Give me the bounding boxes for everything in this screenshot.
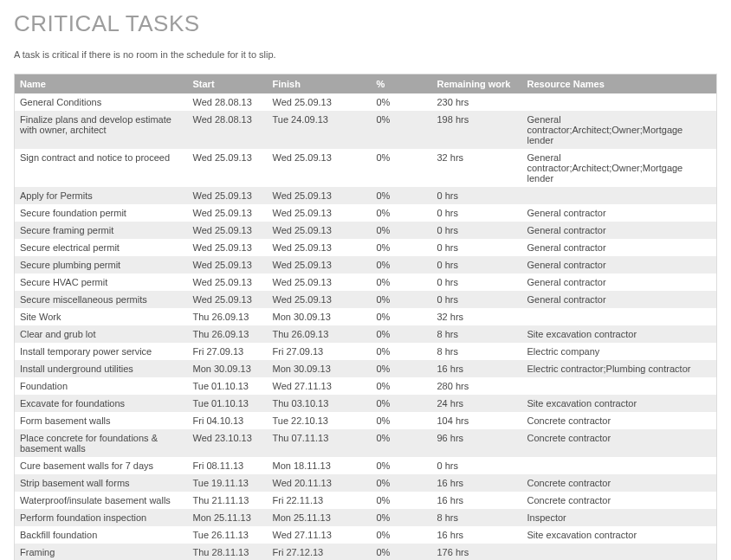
- cell-remaining: 16 hrs: [432, 526, 522, 544]
- cell-name: Sign contract and notice to proceed: [15, 149, 188, 187]
- table-row: Site WorkThu 26.09.13Mon 30.09.130%32 hr…: [15, 308, 717, 325]
- table-row: Excavate for foundationsTue 01.10.13Thu …: [15, 395, 717, 412]
- cell-resources: General contractor: [522, 256, 717, 274]
- cell-finish: Mon 30.09.13: [268, 308, 372, 325]
- cell-finish: Tue 24.09.13: [268, 111, 372, 149]
- cell-start: Wed 25.09.13: [188, 274, 268, 291]
- cell-start: Fri 04.10.13: [188, 412, 268, 429]
- cell-remaining: 0 hrs: [432, 457, 522, 474]
- cell-start: Wed 25.09.13: [188, 256, 268, 274]
- cell-resources: Concrete contractor: [522, 474, 717, 492]
- cell-percent: 0%: [372, 395, 432, 412]
- col-start: Start: [188, 74, 268, 94]
- table-row: Install temporary power serviceFri 27.09…: [15, 343, 717, 360]
- cell-finish: Thu 07.11.13: [268, 429, 372, 457]
- cell-resources: Site excavation contractor: [522, 526, 717, 544]
- table-header-row: Name Start Finish % Remaining work Resou…: [15, 74, 717, 94]
- cell-finish: Wed 27.11.13: [268, 377, 372, 395]
- cell-remaining: 16 hrs: [432, 360, 522, 377]
- cell-percent: 0%: [372, 325, 432, 343]
- cell-name: Clear and grub lot: [15, 325, 188, 343]
- critical-tasks-table: Name Start Finish % Remaining work Resou…: [14, 74, 717, 560]
- cell-resources: [522, 93, 717, 111]
- cell-name: Secure foundation permit: [15, 204, 188, 222]
- cell-percent: 0%: [372, 509, 432, 526]
- cell-remaining: 32 hrs: [432, 308, 522, 325]
- cell-percent: 0%: [372, 308, 432, 325]
- cell-name: Place concrete for foundations & basemen…: [15, 429, 188, 457]
- cell-remaining: 104 hrs: [432, 412, 522, 429]
- cell-start: Tue 19.11.13: [188, 474, 268, 492]
- cell-remaining: 176 hrs: [432, 544, 522, 560]
- cell-resources: General contractor;Architect;Owner;Mortg…: [522, 149, 717, 187]
- table-row: Form basement wallsFri 04.10.13Tue 22.10…: [15, 412, 717, 429]
- cell-start: Wed 23.10.13: [188, 429, 268, 457]
- cell-resources: Site excavation contractor: [522, 395, 717, 412]
- cell-finish: Thu 03.10.13: [268, 395, 372, 412]
- cell-name: General Conditions: [15, 93, 188, 111]
- cell-remaining: 0 hrs: [432, 239, 522, 256]
- cell-percent: 0%: [372, 222, 432, 239]
- table-row: Backfill foundationTue 26.11.13Wed 27.11…: [15, 526, 717, 544]
- table-row: Cure basement walls for 7 daysFri 08.11.…: [15, 457, 717, 474]
- cell-resources: Inspector: [522, 509, 717, 526]
- cell-percent: 0%: [372, 93, 432, 111]
- table-row: Place concrete for foundations & basemen…: [15, 429, 717, 457]
- cell-finish: Wed 25.09.13: [268, 256, 372, 274]
- table-row: FramingThu 28.11.13Fri 27.12.130%176 hrs: [15, 544, 717, 560]
- table-row: Secure miscellaneous permitsWed 25.09.13…: [15, 291, 717, 308]
- cell-remaining: 0 hrs: [432, 222, 522, 239]
- cell-percent: 0%: [372, 204, 432, 222]
- page-subtitle: A task is critical if there is no room i…: [14, 49, 717, 60]
- cell-start: Wed 28.08.13: [188, 93, 268, 111]
- cell-finish: Wed 25.09.13: [268, 274, 372, 291]
- cell-finish: Wed 25.09.13: [268, 93, 372, 111]
- cell-percent: 0%: [372, 492, 432, 509]
- cell-resources: General contractor: [522, 204, 717, 222]
- cell-finish: Wed 25.09.13: [268, 149, 372, 187]
- cell-start: Wed 28.08.13: [188, 111, 268, 149]
- cell-remaining: 8 hrs: [432, 325, 522, 343]
- cell-resources: Site excavation contractor: [522, 325, 717, 343]
- table-row: General ConditionsWed 28.08.13Wed 25.09.…: [15, 93, 717, 111]
- col-percent: %: [372, 74, 432, 94]
- cell-name: Perform foundation inspection: [15, 509, 188, 526]
- cell-name: Secure framing permit: [15, 222, 188, 239]
- cell-remaining: 8 hrs: [432, 509, 522, 526]
- cell-start: Wed 25.09.13: [188, 239, 268, 256]
- cell-finish: Wed 27.11.13: [268, 526, 372, 544]
- page-title: CRITICAL TASKS: [14, 10, 717, 37]
- cell-remaining: 0 hrs: [432, 187, 522, 204]
- table-row: Secure framing permitWed 25.09.13Wed 25.…: [15, 222, 717, 239]
- cell-percent: 0%: [372, 149, 432, 187]
- cell-name: Form basement walls: [15, 412, 188, 429]
- table-row: Secure plumbing permitWed 25.09.13Wed 25…: [15, 256, 717, 274]
- cell-percent: 0%: [372, 291, 432, 308]
- cell-finish: Wed 25.09.13: [268, 187, 372, 204]
- cell-percent: 0%: [372, 256, 432, 274]
- cell-resources: [522, 377, 717, 395]
- cell-remaining: 0 hrs: [432, 274, 522, 291]
- cell-name: Foundation: [15, 377, 188, 395]
- cell-percent: 0%: [372, 526, 432, 544]
- cell-percent: 0%: [372, 377, 432, 395]
- cell-resources: Concrete contractor: [522, 429, 717, 457]
- cell-remaining: 24 hrs: [432, 395, 522, 412]
- cell-start: Fri 08.11.13: [188, 457, 268, 474]
- table-row: Install underground utilitiesMon 30.09.1…: [15, 360, 717, 377]
- cell-percent: 0%: [372, 412, 432, 429]
- cell-name: Apply for Permits: [15, 187, 188, 204]
- table-row: Secure foundation permitWed 25.09.13Wed …: [15, 204, 717, 222]
- cell-name: Waterproof/insulate basement walls: [15, 492, 188, 509]
- cell-percent: 0%: [372, 187, 432, 204]
- cell-remaining: 198 hrs: [432, 111, 522, 149]
- cell-finish: Fri 27.12.13: [268, 544, 372, 560]
- cell-finish: Fri 22.11.13: [268, 492, 372, 509]
- cell-name: Install temporary power service: [15, 343, 188, 360]
- col-remaining: Remaining work: [432, 74, 522, 94]
- cell-resources: General contractor: [522, 222, 717, 239]
- cell-percent: 0%: [372, 111, 432, 149]
- cell-start: Thu 26.09.13: [188, 308, 268, 325]
- table-row: Strip basement wall formsTue 19.11.13Wed…: [15, 474, 717, 492]
- table-row: Secure electrical permitWed 25.09.13Wed …: [15, 239, 717, 256]
